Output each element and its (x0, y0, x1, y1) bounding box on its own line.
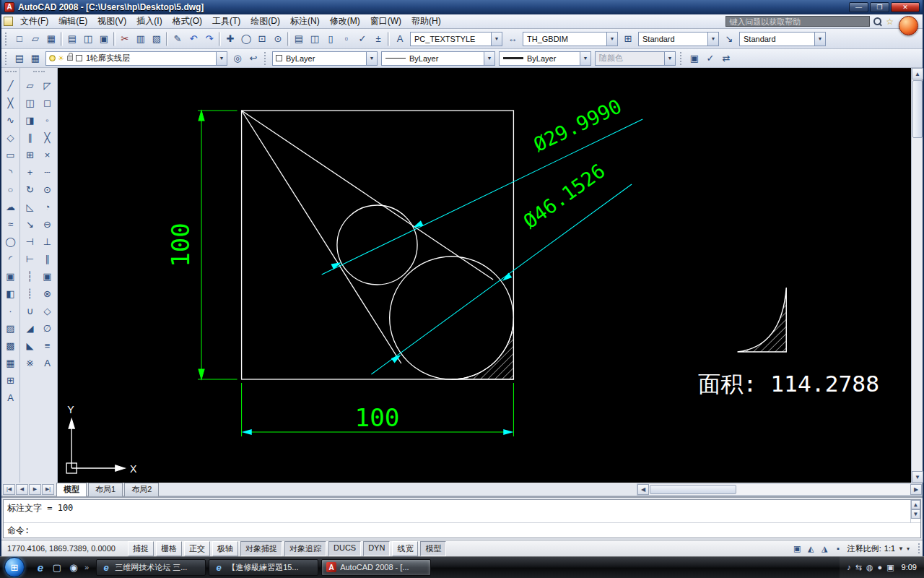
layer-combo[interactable]: ☀ 1轮廓实线层 ▼ (45, 51, 227, 66)
snap-extension-icon[interactable]: ┄ (39, 163, 56, 181)
mtext-icon[interactable]: A (39, 354, 56, 371)
close-button[interactable]: ✕ (891, 2, 920, 12)
snap-tangent-icon[interactable]: ⊖ (39, 215, 56, 233)
command-history[interactable]: 标注文字 = 100 (4, 500, 920, 523)
save-icon[interactable]: ▦ (43, 31, 59, 47)
annotation-visibility-icon[interactable]: ◭ (805, 543, 817, 555)
layer-previous-icon[interactable]: ↩ (245, 51, 261, 66)
model-space-icon[interactable]: ▣ (791, 543, 803, 555)
tab-nav-prev[interactable]: ◀ (16, 484, 28, 495)
quick-launch-more-icon[interactable]: » (83, 563, 90, 571)
rectangle-icon[interactable]: ▭ (2, 146, 19, 163)
help-search-input[interactable] (725, 16, 870, 27)
fillet-icon[interactable]: ◣ (22, 337, 39, 354)
horizontal-scroll-track[interactable] (737, 485, 910, 494)
paste-icon[interactable]: ▧ (149, 31, 165, 47)
stretch-icon[interactable]: ↘ (22, 215, 39, 233)
array-icon[interactable]: ⊞ (22, 146, 39, 163)
annotation-scale-value[interactable]: 1:1 (884, 544, 895, 553)
text-style-icon[interactable]: A (392, 31, 408, 47)
multileader-style-combo[interactable]: Standard▼ (739, 32, 826, 46)
tray-update-icon[interactable]: ◍ (866, 563, 873, 572)
toggle-dyn[interactable]: DYN (363, 541, 390, 556)
layer-lock-icon[interactable] (67, 56, 73, 61)
polygon-icon[interactable]: ◇ (2, 129, 19, 146)
drawing-canvas[interactable]: 100 100 Ø29.9990 (58, 68, 911, 483)
scroll-down-icon[interactable]: ▼ (912, 471, 923, 483)
toggle-osnap[interactable]: 对象捕捉 (240, 541, 282, 556)
taskbar-clock[interactable]: 9:09 (899, 563, 917, 571)
toggle-polar[interactable]: 极轴 (212, 541, 238, 556)
dim-style-combo[interactable]: TH_GBDIM▼ (523, 32, 618, 46)
undo-icon[interactable]: ↶ (186, 31, 201, 47)
snap-none-icon[interactable]: ∅ (39, 319, 56, 337)
match-properties-icon[interactable]: ✎ (170, 31, 186, 47)
copy-clip-icon[interactable]: ▥ (133, 31, 149, 47)
zoom-realtime-icon[interactable]: ◯ (238, 31, 254, 47)
toggle-lineweight[interactable]: 线宽 (392, 541, 418, 556)
chevron-down-icon[interactable]: ▼ (484, 52, 494, 65)
chevron-down-icon[interactable]: ▼ (707, 33, 718, 46)
publish-icon[interactable]: ▣ (96, 31, 112, 47)
layer-properties-manager-icon[interactable]: ▤ (12, 51, 27, 66)
dim-style-icon[interactable]: ↔ (505, 31, 520, 47)
toolbar-grip[interactable] (680, 52, 684, 65)
snap-insert-icon[interactable]: ▣ (39, 267, 56, 285)
revision-cloud-icon[interactable]: ☁ (2, 198, 19, 215)
erase-icon[interactable]: ▱ (22, 77, 39, 94)
pan-icon[interactable]: ✚ (222, 31, 238, 47)
multiline-text-icon[interactable]: A (2, 389, 19, 406)
chamfer-icon[interactable]: ◢ (22, 319, 39, 337)
quick-launch-ie-icon[interactable]: e (33, 560, 48, 574)
join-icon[interactable]: ∪ (22, 302, 39, 319)
make-object-layer-current-icon[interactable]: ◎ (230, 51, 245, 66)
tray-network-icon[interactable]: ⇆ (855, 563, 862, 572)
insert-block-icon[interactable]: ▣ (2, 267, 19, 285)
lineweight-combo[interactable]: ByLayer ▼ (499, 51, 591, 66)
snap-from-icon[interactable]: ◸ (39, 77, 56, 94)
resize-grip[interactable] (914, 543, 920, 553)
break-icon[interactable]: ┊ (22, 285, 39, 302)
open-file-icon[interactable]: ▱ (27, 31, 43, 47)
toolbar-grip[interactable] (5, 33, 9, 46)
command-prompt[interactable]: 命令: (4, 523, 920, 538)
toolbar-grip[interactable] (5, 71, 17, 74)
tab-layout1[interactable]: 布局1 (88, 483, 123, 496)
tab-nav-next[interactable]: ▶ (29, 484, 41, 495)
offset-icon[interactable]: ∥ (22, 129, 39, 146)
taskbar-button-autocad[interactable]: A AutoCAD 2008 - [... (321, 559, 431, 576)
explode-icon[interactable]: ※ (22, 354, 39, 371)
zoom-previous-icon[interactable]: ⊙ (270, 31, 286, 47)
toggle-otrack[interactable]: 对象追踪 (284, 541, 326, 556)
scroll-down-icon[interactable]: ▼ (911, 509, 920, 519)
snap-perpendicular-icon[interactable]: ⊥ (39, 233, 56, 250)
snap-midpoint-icon[interactable]: ◦ (39, 111, 56, 129)
toggle-ducs[interactable]: DUCS (328, 541, 361, 556)
chevron-down-icon[interactable]: ▼ (898, 545, 904, 552)
drawing-file-icon[interactable] (4, 17, 13, 26)
toolbar-grip[interactable] (264, 52, 268, 65)
chevron-down-icon[interactable]: ▼ (606, 33, 617, 46)
chevron-down-icon[interactable]: ▼ (491, 33, 502, 46)
copy-icon[interactable]: ◫ (22, 94, 39, 111)
arc-icon[interactable]: ◝ (2, 163, 19, 181)
snap-endpoint-icon[interactable]: ◻ (39, 94, 56, 111)
toggle-ortho[interactable]: 正交 (184, 541, 210, 556)
scroll-up-icon[interactable]: ▲ (911, 500, 920, 509)
layer-states-icon[interactable]: ▦ (27, 51, 43, 66)
cleanscreen-icon[interactable]: ▪ (832, 543, 845, 555)
move-icon[interactable]: + (22, 163, 39, 181)
make-block-icon[interactable]: ◧ (2, 285, 19, 302)
point-icon[interactable]: ∙ (2, 302, 19, 319)
table-style-combo[interactable]: Standard▼ (638, 32, 719, 46)
toggle-grid[interactable]: 栅格 (156, 541, 182, 556)
quick-launch-desktop-icon[interactable]: ▢ (50, 560, 64, 574)
region-icon[interactable]: ▦ (2, 354, 19, 371)
extend-icon[interactable]: ⊢ (22, 250, 39, 267)
ellipse-icon[interactable]: ◯ (2, 233, 19, 250)
tray-volume-icon[interactable]: ♪ (847, 563, 851, 572)
object-color-combo[interactable]: ByLayer ▼ (272, 51, 378, 66)
text-style-combo[interactable]: PC_TEXTSTYLE▼ (410, 32, 502, 46)
toolbar-grip[interactable] (5, 52, 9, 65)
standards-icon[interactable]: ▣ (687, 51, 702, 66)
